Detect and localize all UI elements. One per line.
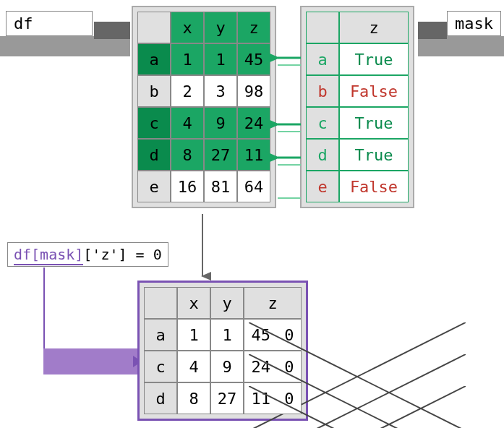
df-corner bbox=[137, 12, 171, 43]
df-cell: 11 bbox=[237, 139, 270, 171]
df-col-y: y bbox=[204, 12, 237, 43]
code-rest: ['z'] = 0 bbox=[83, 246, 161, 263]
result-cell: 1 bbox=[177, 319, 210, 351]
df-bar-inner bbox=[94, 22, 130, 39]
old-value: 24 bbox=[252, 358, 271, 376]
result-col-z: z bbox=[244, 287, 302, 319]
mask-idx-b: b bbox=[306, 75, 339, 107]
result-cell-z: 11 0 bbox=[244, 382, 302, 414]
mask-val: True bbox=[339, 139, 409, 171]
mask-bar-outer bbox=[418, 36, 504, 56]
mask-idx-a: a bbox=[306, 43, 339, 75]
mask-idx-e: e bbox=[306, 171, 339, 202]
df-label: df bbox=[6, 11, 93, 36]
result-cell-z: 45 0 bbox=[244, 319, 302, 351]
df-cell: 3 bbox=[204, 75, 237, 107]
result-cell-z: 24 0 bbox=[244, 351, 302, 382]
mask-val: False bbox=[339, 75, 409, 107]
df-idx-c: c bbox=[137, 107, 171, 139]
df-cell: 1 bbox=[171, 43, 204, 75]
result-idx: a bbox=[144, 319, 177, 351]
new-value: 0 bbox=[284, 358, 294, 376]
df-cell: 81 bbox=[204, 171, 237, 202]
cross-out-icon bbox=[249, 386, 466, 428]
new-value: 0 bbox=[284, 326, 294, 344]
result-cell: 1 bbox=[210, 319, 244, 351]
result-col-x: x bbox=[177, 287, 210, 319]
mask-col-z: z bbox=[339, 12, 409, 43]
code-expression: df[mask]['z'] = 0 bbox=[7, 242, 168, 267]
df-bar-outer bbox=[0, 36, 130, 56]
result-cell: 4 bbox=[177, 351, 210, 382]
result-table: x y z a 1 1 45 0 c 4 9 24 0 d 8 27 11 0 bbox=[137, 281, 308, 421]
df-cell: 45 bbox=[237, 43, 270, 75]
svg-line-13 bbox=[249, 386, 466, 428]
df-idx-b: b bbox=[137, 75, 171, 107]
df-col-x: x bbox=[171, 12, 204, 43]
df-cell: 64 bbox=[237, 171, 270, 202]
mask-idx-d: d bbox=[306, 139, 339, 171]
df-table: x y z a 1 1 45 b 2 3 98 c 4 9 24 d 8 27 … bbox=[132, 6, 276, 208]
df-cell: 24 bbox=[237, 107, 270, 139]
result-cell: 9 bbox=[210, 351, 244, 382]
df-col-z: z bbox=[237, 12, 270, 43]
code-highlight: df[mask] bbox=[14, 246, 83, 265]
result-idx: d bbox=[144, 382, 177, 414]
df-cell: 98 bbox=[237, 75, 270, 107]
result-cell: 8 bbox=[177, 382, 210, 414]
mask-val: False bbox=[339, 171, 409, 202]
result-corner bbox=[144, 287, 177, 319]
mask-val: True bbox=[339, 107, 409, 139]
df-cell: 27 bbox=[204, 139, 237, 171]
mask-to-df-arrows bbox=[273, 43, 302, 210]
result-cell: 27 bbox=[210, 382, 244, 414]
df-idx-a: a bbox=[137, 43, 171, 75]
purple-bar bbox=[43, 348, 137, 374]
df-idx-d: d bbox=[137, 139, 171, 171]
df-cell: 4 bbox=[171, 107, 204, 139]
df-to-result-arrow bbox=[195, 214, 210, 283]
df-cell: 9 bbox=[204, 107, 237, 139]
purple-line-v bbox=[43, 268, 45, 361]
svg-line-12 bbox=[249, 386, 466, 428]
old-value: 45 bbox=[252, 326, 271, 344]
old-value: 11 bbox=[252, 390, 271, 408]
mask-bar-inner bbox=[418, 22, 447, 39]
mask-corner bbox=[306, 12, 339, 43]
result-idx: c bbox=[144, 351, 177, 382]
new-value: 0 bbox=[284, 390, 294, 408]
mask-idx-c: c bbox=[306, 107, 339, 139]
df-cell: 8 bbox=[171, 139, 204, 171]
mask-table: z a True b False c True d True e False bbox=[300, 6, 414, 208]
mask-val: True bbox=[339, 43, 409, 75]
mask-label: mask bbox=[447, 11, 501, 36]
df-idx-e: e bbox=[137, 171, 171, 202]
df-cell: 16 bbox=[171, 171, 204, 202]
df-cell: 1 bbox=[204, 43, 237, 75]
result-col-y: y bbox=[210, 287, 244, 319]
df-cell: 2 bbox=[171, 75, 204, 107]
